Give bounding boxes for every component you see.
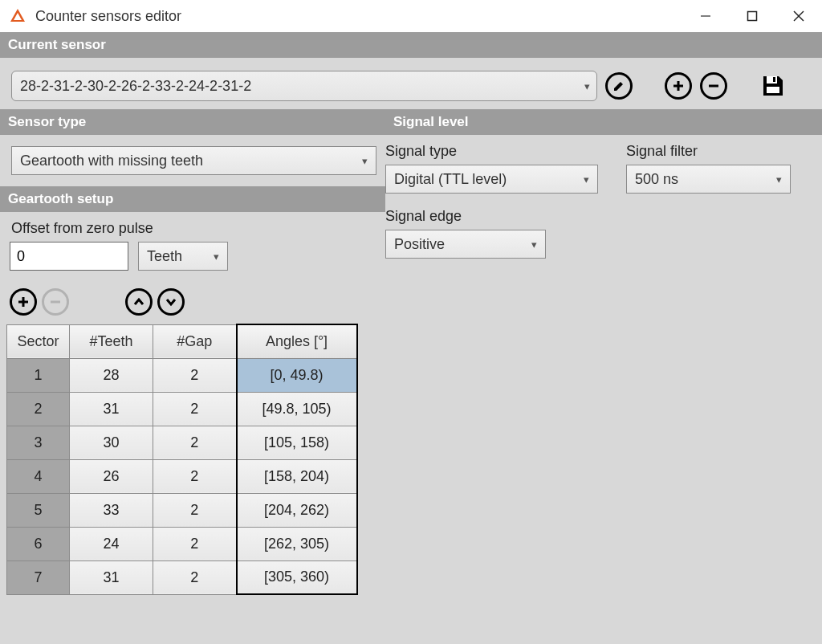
cell-gap[interactable]: 2 [153, 493, 237, 527]
signal-type-label: Signal type [385, 143, 602, 160]
cell-sector[interactable]: 4 [7, 459, 70, 493]
cell-sector[interactable]: 5 [7, 493, 70, 527]
chevron-down-icon: ▾ [362, 155, 368, 167]
table-row[interactable]: 1282[0, 49.8) [7, 358, 357, 392]
cell-angles[interactable]: [204, 262) [237, 493, 357, 527]
svg-rect-11 [767, 87, 779, 93]
signal-filter-select[interactable]: 500 ns ▾ [626, 165, 791, 194]
cell-angles[interactable]: [0, 49.8) [237, 358, 357, 392]
table-row[interactable]: 5332[204, 262) [7, 493, 357, 527]
chevron-down-icon: ▾ [584, 80, 590, 92]
cell-teeth[interactable]: 28 [70, 358, 153, 392]
svg-rect-10 [773, 77, 775, 82]
remove-button[interactable] [700, 72, 727, 100]
cell-sector[interactable]: 3 [7, 426, 70, 459]
offset-unit-select[interactable]: Teeth ▾ [138, 242, 228, 271]
cell-teeth[interactable]: 30 [70, 426, 153, 459]
title-bar: Counter sensors editor [0, 0, 822, 32]
row-remove-button [42, 288, 69, 316]
col-teeth[interactable]: #Teeth [70, 324, 153, 358]
signal-edge-label: Signal edge [385, 208, 602, 225]
cell-angles[interactable]: [158, 204) [237, 459, 357, 493]
cell-sector[interactable]: 1 [7, 358, 70, 392]
sensor-type-value: Geartooth with missing teeth [20, 153, 203, 169]
add-button[interactable] [665, 72, 692, 100]
chevron-down-icon: ▾ [531, 238, 537, 251]
cell-sector[interactable]: 2 [7, 392, 70, 426]
col-gap[interactable]: #Gap [153, 324, 237, 358]
table-row[interactable]: 6242[262, 305) [7, 527, 357, 560]
current-sensor-value: 28-2-31-2-30-2-26-2-33-2-24-2-31-2 [20, 78, 251, 95]
signal-filter-label: Signal filter [626, 143, 795, 160]
current-sensor-header: Current sensor [0, 32, 822, 58]
signal-level-header: Signal level [385, 109, 822, 135]
cell-angles[interactable]: [105, 158) [237, 426, 357, 459]
edit-button[interactable] [605, 72, 633, 100]
cell-teeth[interactable]: 33 [70, 493, 153, 527]
cell-angles[interactable]: [305, 360) [237, 560, 357, 594]
table-row[interactable]: 2312[49.8, 105) [7, 392, 357, 426]
cell-gap[interactable]: 2 [153, 392, 237, 426]
offset-unit-value: Teeth [147, 248, 182, 265]
cell-gap[interactable]: 2 [153, 459, 237, 493]
signal-type-value: Digital (TTL level) [394, 171, 507, 188]
cell-gap[interactable]: 2 [153, 358, 237, 392]
minimize-button[interactable] [682, 0, 729, 32]
window-title: Counter sensors editor [35, 8, 181, 25]
cell-gap[interactable]: 2 [153, 426, 237, 459]
cell-teeth[interactable]: 31 [70, 392, 153, 426]
table-row[interactable]: 3302[105, 158) [7, 426, 357, 459]
signal-edge-select[interactable]: Positive ▾ [385, 230, 546, 259]
offset-input[interactable] [10, 242, 128, 271]
chevron-down-icon: ▾ [584, 173, 589, 185]
cell-angles[interactable]: [49.8, 105) [237, 392, 357, 426]
signal-filter-value: 500 ns [635, 171, 678, 188]
geartooth-setup-header: Geartooth setup [0, 186, 385, 212]
col-angles[interactable]: Angles [°] [237, 324, 357, 358]
cell-sector[interactable]: 6 [7, 527, 70, 560]
geartooth-table: Sector #Teeth #Gap Angles [°] 1282[0, 49… [6, 324, 358, 595]
svg-rect-9 [767, 76, 777, 84]
save-button[interactable] [759, 72, 787, 100]
row-add-button[interactable] [10, 288, 37, 316]
signal-type-select[interactable]: Digital (TTL level) ▾ [385, 165, 598, 194]
close-button[interactable] [775, 0, 822, 32]
cell-teeth[interactable]: 31 [70, 560, 153, 594]
signal-edge-value: Positive [394, 236, 445, 253]
svg-rect-3 [748, 12, 757, 21]
col-sector[interactable]: Sector [7, 324, 70, 358]
chevron-down-icon: ▾ [214, 251, 219, 263]
table-row[interactable]: 4262[158, 204) [7, 459, 357, 493]
cell-sector[interactable]: 7 [7, 560, 70, 594]
cell-angles[interactable]: [262, 305) [237, 527, 357, 560]
sensor-type-select[interactable]: Geartooth with missing teeth ▾ [11, 146, 376, 175]
cell-gap[interactable]: 2 [153, 527, 237, 560]
table-row[interactable]: 7312[305, 360) [7, 560, 357, 594]
cell-gap[interactable]: 2 [153, 560, 237, 594]
app-icon [10, 8, 26, 24]
row-up-button[interactable] [125, 288, 153, 316]
sensor-type-header: Sensor type [0, 109, 385, 135]
maximize-button[interactable] [729, 0, 775, 32]
chevron-down-icon: ▾ [776, 173, 782, 185]
offset-label: Offset from zero pulse [0, 212, 385, 242]
cell-teeth[interactable]: 24 [70, 527, 153, 560]
row-down-button[interactable] [157, 288, 185, 316]
current-sensor-select[interactable]: 28-2-31-2-30-2-26-2-33-2-24-2-31-2 ▾ [11, 71, 597, 101]
cell-teeth[interactable]: 26 [70, 459, 153, 493]
